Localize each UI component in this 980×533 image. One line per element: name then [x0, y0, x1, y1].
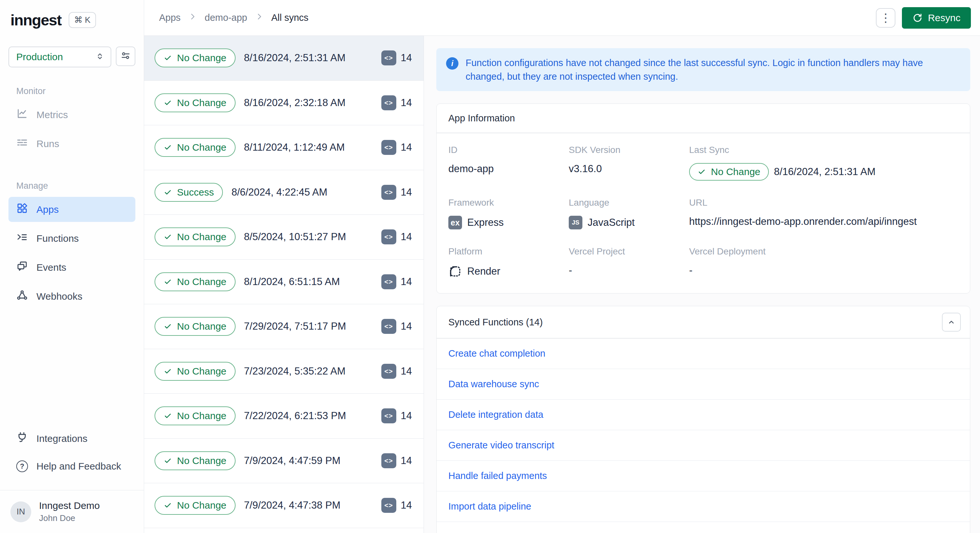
sync-timestamp: 8/5/2024, 10:51:27 PM — [244, 231, 346, 243]
sync-row[interactable]: No Change 7/22/2024, 6:21:53 PM <>14 — [144, 394, 424, 439]
function-link[interactable]: Data warehouse sync — [449, 379, 539, 389]
field-platform: Platform Render — [449, 246, 569, 278]
runs-list-icon — [16, 137, 28, 151]
sidebar-item-webhooks[interactable]: Webhooks — [8, 284, 135, 309]
sidebar: inngest ⌘ K Production Monitor Metrics — [0, 0, 144, 533]
sidebar-item-integrations[interactable]: Integrations — [8, 426, 135, 451]
sync-row[interactable]: No Change 7/9/2024, 4:47:59 PM <>14 — [144, 439, 424, 484]
field-vercel-deployment: Vercel Deployment - — [689, 246, 958, 278]
function-row: Send billing receipt — [437, 522, 970, 533]
status-badge: No Change — [154, 93, 235, 112]
status-badge: No Change — [154, 362, 235, 381]
function-link[interactable]: Send billing receipt — [449, 532, 528, 533]
last-sync-timestamp: 8/16/2024, 2:51:31 AM — [774, 166, 875, 178]
info-icon: i — [446, 57, 458, 70]
check-icon — [164, 457, 172, 465]
sync-row[interactable]: No Change 8/16/2024, 2:51:31 AM <>14 — [144, 36, 424, 81]
breadcrumb: Apps demo-app All syncs — [159, 13, 309, 23]
sync-row[interactable]: No Change 7/9/2024, 4:09:07 PM <>14 — [144, 528, 424, 533]
render-icon — [449, 264, 462, 278]
functions-count: 14 — [401, 142, 412, 153]
check-icon — [698, 167, 706, 176]
sidebar-item-label: Integrations — [37, 433, 88, 444]
sync-row[interactable]: Success 8/6/2024, 4:22:45 AM <>14 — [144, 170, 424, 215]
check-icon — [164, 143, 172, 152]
help-icon: ? — [16, 460, 28, 472]
function-row: Data warehouse sync — [437, 369, 970, 399]
sync-row[interactable]: No Change 7/29/2024, 7:51:17 PM <>14 — [144, 304, 424, 349]
sync-timestamp: 8/6/2024, 4:22:45 AM — [231, 186, 327, 198]
functions-count: 14 — [401, 231, 412, 243]
field-language: Language JS JavaScript — [569, 197, 689, 229]
question-glyph: ? — [20, 462, 24, 471]
field-id: ID demo-app — [449, 145, 569, 181]
status-badge: No Change — [154, 228, 235, 246]
sidebar-item-help[interactable]: ? Help and Feedback — [8, 455, 135, 478]
check-icon — [164, 367, 172, 375]
resync-button[interactable]: Resync — [902, 7, 971, 29]
sync-timestamp: 7/9/2024, 4:47:59 PM — [244, 455, 340, 467]
sidebar-item-label: Metrics — [37, 109, 68, 120]
function-link[interactable]: Create chat completion — [449, 348, 545, 359]
field-framework: Framework ex Express — [449, 197, 569, 229]
javascript-icon: JS — [569, 216, 582, 229]
breadcrumb-demo-app[interactable]: demo-app — [205, 13, 247, 23]
refresh-icon — [912, 13, 923, 23]
function-link[interactable]: Delete integration data — [449, 409, 543, 420]
resync-label: Resync — [928, 13, 961, 24]
more-actions-button[interactable]: ⋮ — [876, 8, 896, 28]
sidebar-item-functions[interactable]: Functions — [8, 226, 135, 251]
function-row: Delete integration data — [437, 399, 970, 430]
sync-row[interactable]: No Change 8/11/2024, 1:12:49 AM <>14 — [144, 125, 424, 170]
express-icon: ex — [449, 216, 462, 229]
collapse-button[interactable] — [942, 313, 961, 332]
functions-count-icon: <> — [381, 364, 396, 379]
functions-count: 14 — [401, 410, 412, 422]
function-row: Handle failed payments — [437, 461, 970, 492]
sync-row[interactable]: No Change 8/16/2024, 2:32:18 AM <>14 — [144, 81, 424, 126]
functions-count: 14 — [401, 455, 412, 467]
app-information-title: App Information — [449, 113, 515, 124]
check-icon — [164, 412, 172, 420]
sync-row[interactable]: No Change 8/1/2024, 6:51:15 AM <>14 — [144, 260, 424, 305]
sync-history-list: No Change 8/16/2024, 2:51:31 AM <>14 No … — [144, 36, 424, 533]
sidebar-item-label: Apps — [37, 204, 59, 215]
sync-row[interactable]: No Change 8/5/2024, 10:51:27 PM <>14 — [144, 215, 424, 260]
user-menu[interactable]: IN Inngest Demo John Doe — [8, 490, 135, 523]
status-badge: No Change — [154, 406, 235, 425]
field-last-sync: Last Sync No Change 8/16/2024, 2:51:31 A… — [689, 145, 958, 181]
status-badge: No Change — [154, 496, 235, 515]
environment-select[interactable]: Production — [8, 46, 111, 67]
chevron-up-down-icon — [95, 51, 105, 62]
check-icon — [164, 278, 172, 286]
breadcrumb-apps[interactable]: Apps — [159, 13, 181, 23]
sidebar-section-monitor: Monitor — [16, 86, 135, 96]
functions-icon — [16, 231, 28, 245]
functions-count-icon: <> — [381, 229, 396, 244]
plug-icon — [16, 431, 28, 445]
function-link[interactable]: Import data pipeline — [449, 501, 531, 512]
metrics-chart-icon — [16, 108, 28, 122]
functions-count-icon: <> — [381, 185, 396, 200]
functions-count-icon: <> — [381, 453, 396, 468]
top-bar: Apps demo-app All syncs ⋮ Resync — [144, 0, 980, 36]
search-shortcut-badge[interactable]: ⌘ K — [68, 12, 96, 28]
sync-row[interactable]: No Change 7/9/2024, 4:47:38 PM <>14 — [144, 483, 424, 528]
environment-settings-button[interactable] — [116, 46, 135, 66]
sidebar-section-manage: Manage — [16, 181, 135, 191]
sync-row[interactable]: No Change 7/23/2024, 5:35:22 AM <>14 — [144, 349, 424, 394]
apps-grid-icon — [16, 202, 28, 216]
check-icon — [164, 233, 172, 241]
sidebar-item-events[interactable]: Events — [8, 255, 135, 280]
app-information-header: App Information — [437, 104, 970, 133]
sidebar-item-metrics[interactable]: Metrics — [8, 102, 135, 127]
function-link[interactable]: Generate video transcript — [449, 440, 554, 450]
sidebar-item-label: Functions — [37, 233, 79, 244]
sidebar-item-runs[interactable]: Runs — [8, 131, 135, 156]
functions-count-icon: <> — [381, 51, 396, 65]
function-link[interactable]: Handle failed payments — [449, 471, 547, 481]
status-badge: No Change — [154, 48, 235, 67]
sidebar-item-apps[interactable]: Apps — [8, 197, 135, 222]
sync-timestamp: 8/11/2024, 1:12:49 AM — [244, 142, 345, 153]
functions-count: 14 — [401, 500, 412, 511]
